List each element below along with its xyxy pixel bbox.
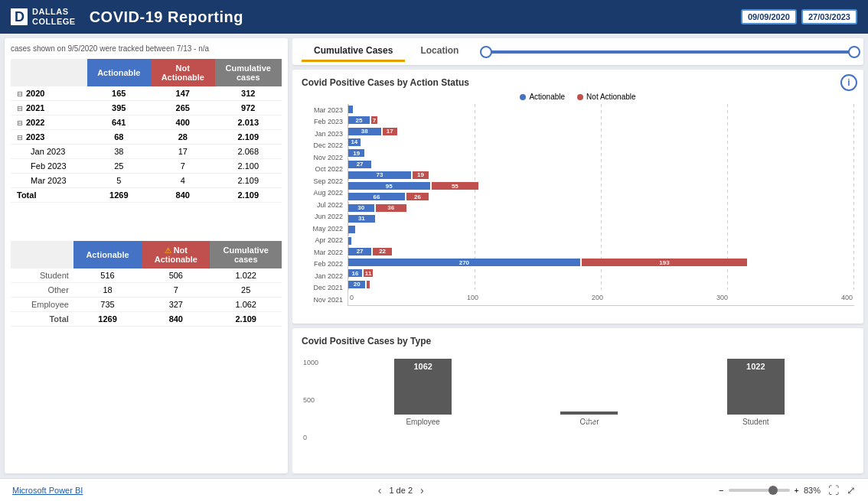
legend-actionable: Actionable <box>520 93 565 101</box>
bar-row-label: Nov 2022 <box>302 154 343 161</box>
bar-row: 31 <box>348 214 854 223</box>
table-row: Feb 20232572.100 <box>11 159 282 174</box>
footer-nav: ‹ 1 de 2 › <box>378 484 424 496</box>
page-title: COVID-19 Reporting <box>90 8 741 26</box>
footer-right: − + 83% ⛶ ⤢ <box>719 484 856 496</box>
bar-row-label: Jan 2022 <box>302 272 343 280</box>
bar-row: 7319 <box>348 171 854 180</box>
bth-empty <box>11 241 73 268</box>
expand-icon[interactable]: ⤢ <box>847 484 856 496</box>
x-400: 400 <box>841 294 853 301</box>
col-chart-panel: Covid Positive Cases by Type 1000 500 0 … <box>292 328 863 473</box>
top-table: Actionable NotActionable Cumulativecases… <box>11 59 282 203</box>
footer: Microsoft Power BI ‹ 1 de 2 › − + 83% ⛶ … <box>0 478 868 501</box>
bar-row-label: Apr 2022 <box>302 236 343 244</box>
col-chart-area: 1000 500 0 1062Employee25Other1022Studen… <box>302 351 854 457</box>
x-200: 200 <box>592 294 603 301</box>
bar-row <box>348 225 854 234</box>
page-of: de <box>396 486 408 495</box>
col-bars: 1062Employee25Other1022Student <box>317 359 839 441</box>
bar-chart-labels: Mar 2023Feb 2023Jan 2023Dec 2022Nov 2022… <box>302 104 348 306</box>
note-text: cases shown on 9/5/2020 were tracked bet… <box>11 44 282 53</box>
slider-thumb-right[interactable] <box>848 46 860 58</box>
bars-container: 2573817141927731995556626303631272227019… <box>348 104 854 290</box>
bar-row-label: Dec 2021 <box>302 284 343 291</box>
tabs: Cumulative Cases Location <box>302 41 471 62</box>
zoom-thumb[interactable] <box>768 486 778 495</box>
table-row: Student5165061.022 <box>11 268 282 283</box>
page-total: 2 <box>408 486 413 495</box>
bar-chart-bars: 2573817141927731995556626303631272227019… <box>348 104 854 306</box>
col-bar-label-text: Student <box>742 418 768 426</box>
col-chart-title: Covid Positive Cases by Type <box>302 336 854 346</box>
bar-chart-area: Mar 2023Feb 2023Jan 2023Dec 2022Nov 2022… <box>302 104 854 306</box>
bar-row <box>348 105 854 114</box>
bottom-table: Actionable ⚠ NotActionable Cumulativecas… <box>11 241 282 327</box>
logo-d: D <box>11 8 28 25</box>
zoom-minus[interactable]: − <box>719 486 723 495</box>
next-page-button[interactable]: › <box>420 484 424 496</box>
bar-row-label: Sep 2022 <box>302 177 343 185</box>
prev-page-button[interactable]: ‹ <box>378 484 382 496</box>
col-bar-label-text: Employee <box>406 418 439 426</box>
bar-row-label: Nov 2021 <box>302 296 343 304</box>
legend-not-actionable: Not Actionable <box>577 93 636 101</box>
bar-row-label: Oct 2022 <box>302 165 343 173</box>
date-end[interactable]: 27/03/2023 <box>801 9 857 24</box>
page-current: 1 <box>389 486 393 495</box>
zoom-plus[interactable]: + <box>795 486 799 495</box>
table-row: ⊟2021395265972 <box>11 101 282 115</box>
chart-legend: Actionable Not Actionable <box>302 93 854 101</box>
table-row: ⊟202368282.109 <box>11 130 282 145</box>
th-not-actionable: NotActionable <box>151 59 214 86</box>
x-axis: 0 100 200 300 400 <box>348 290 854 305</box>
th-cumulative: Cumulativecases <box>215 59 282 86</box>
bar-row: 3036 <box>348 203 854 213</box>
bar-chart-title: Covid Positive Cases by Action Status <box>302 77 854 88</box>
col-group: 1022Student <box>673 359 839 426</box>
y-axis-ticks: 1000 500 0 <box>302 359 318 441</box>
left-panel: cases shown on 9/5/2020 were tracked bet… <box>5 38 288 473</box>
bar-row <box>348 236 854 246</box>
bar-row: 3817 <box>348 127 854 136</box>
table-row: ⊟20226414002.013 <box>11 115 282 130</box>
legend-dot-not-actionable <box>577 94 583 100</box>
col-bar-value: 1062 <box>413 362 432 371</box>
legend-label-not-actionable: Not Actionable <box>586 93 636 101</box>
date-slider[interactable] <box>486 50 854 54</box>
main-content: cases shown on 9/5/2020 were tracked bet… <box>0 34 868 478</box>
bar-row: 9555 <box>348 181 854 190</box>
header: D DALLASCOLLEGE COVID-19 Reporting 09/09… <box>0 0 868 34</box>
logo-text: DALLASCOLLEGE <box>32 7 76 27</box>
x-300: 300 <box>716 294 728 301</box>
col-bar-value: 25 <box>585 415 594 424</box>
tab-location[interactable]: Location <box>408 41 471 62</box>
bth-cumulative: Cumulativecases <box>210 241 282 268</box>
top-controls: Cumulative Cases Location <box>292 38 863 65</box>
date-start[interactable]: 09/09/2020 <box>741 9 797 24</box>
th-actionable: Actionable <box>87 59 151 86</box>
slider-thumb-left[interactable] <box>480 46 492 58</box>
zoom-control[interactable]: − + 83% <box>719 486 821 495</box>
x-0: 0 <box>350 294 354 301</box>
bar-row-label: Feb 2023 <box>302 118 343 125</box>
table-row: Employee7353271.062 <box>11 298 282 312</box>
col-group: 1062Employee <box>340 359 506 426</box>
bar-row: 20 <box>348 280 854 289</box>
bar-row: 270193 <box>348 258 854 267</box>
tab-cumulative-cases[interactable]: Cumulative Cases <box>302 41 405 62</box>
date-range: 09/09/2020 27/03/2023 <box>741 9 857 24</box>
table-row: Other18725 <box>11 283 282 298</box>
power-bi-link[interactable]: Microsoft Power BI <box>12 486 83 495</box>
fullscreen-icon[interactable]: ⛶ <box>828 484 839 496</box>
bar-row: 1611 <box>348 268 854 278</box>
info-button[interactable]: i <box>840 74 857 91</box>
bar-row: 27 <box>348 160 854 169</box>
x-100: 100 <box>467 294 478 301</box>
zoom-slider[interactable] <box>729 489 790 492</box>
bar-row-label: Jan 2023 <box>302 130 343 138</box>
bar-row-label: Mar 2022 <box>302 249 343 256</box>
table-total-row: Total12698402.109 <box>11 312 282 327</box>
bar-row-label: Jul 2022 <box>302 201 343 209</box>
table-total-row: Total12698402.109 <box>11 188 282 203</box>
